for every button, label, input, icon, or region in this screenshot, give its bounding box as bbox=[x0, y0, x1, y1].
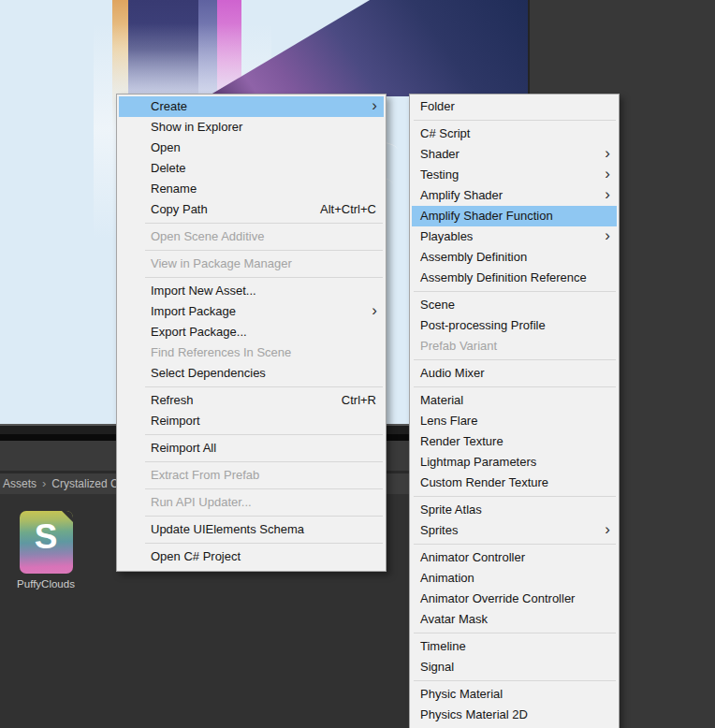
context-menu-item-import-package[interactable]: Import Package› bbox=[119, 301, 384, 322]
create-submenu-item-animator-controller[interactable]: Animator Controller bbox=[412, 547, 617, 568]
context-menu-item-import-new-asset[interactable]: Import New Asset... bbox=[119, 281, 384, 301]
context-menu-item-run-api-updater: Run API Updater... bbox=[119, 492, 384, 513]
chevron-right-icon: › bbox=[42, 473, 46, 494]
submenu-arrow-icon: › bbox=[605, 143, 610, 164]
create-submenu-item-post-processing-profile[interactable]: Post-processing Profile bbox=[412, 315, 617, 336]
create-submenu-item-label: Prefab Variant bbox=[420, 339, 497, 353]
create-submenu-separator bbox=[414, 386, 616, 387]
create-submenu-item-material[interactable]: Material bbox=[412, 390, 617, 411]
create-submenu-item-physics-material-2d[interactable]: Physics Material 2D bbox=[412, 705, 617, 725]
context-menu-item-label: Open C# Project bbox=[151, 549, 241, 563]
create-submenu-separator bbox=[414, 120, 616, 121]
submenu-arrow-icon: › bbox=[605, 164, 610, 184]
create-submenu-item-label: C# Script bbox=[420, 126, 470, 140]
create-submenu-item-audio-mixer[interactable]: Audio Mixer bbox=[412, 363, 617, 384]
folded-corner bbox=[61, 511, 73, 523]
create-submenu-item-folder[interactable]: Folder bbox=[412, 96, 617, 117]
create-submenu-item-scene[interactable]: Scene bbox=[412, 295, 617, 315]
context-menu-item-label: Export Package... bbox=[151, 325, 247, 339]
create-submenu-item-testing[interactable]: Testing› bbox=[412, 165, 617, 185]
create-submenu-item-label: Physics Material 2D bbox=[420, 707, 528, 721]
create-submenu-separator bbox=[414, 291, 616, 292]
create-submenu-item-physic-material[interactable]: Physic Material bbox=[412, 684, 617, 705]
create-submenu-item-prefab-variant: Prefab Variant bbox=[412, 336, 617, 357]
create-submenu-item-lightmap-parameters[interactable]: Lightmap Parameters bbox=[412, 452, 617, 473]
create-submenu-item-assembly-definition[interactable]: Assembly Definition bbox=[412, 247, 617, 268]
create-submenu-item-sprite-atlas[interactable]: Sprite Atlas bbox=[412, 500, 617, 520]
context-menu-item-update-uielements-schema[interactable]: Update UIElements Schema bbox=[119, 519, 384, 540]
create-submenu-item-label: Amplify Shader Function bbox=[420, 209, 553, 223]
context-menu-item-label: Open bbox=[151, 140, 181, 154]
context-menu-item-show-in-explorer[interactable]: Show in Explorer bbox=[119, 117, 384, 138]
create-submenu-item-amplify-shader-function[interactable]: Amplify Shader Function bbox=[412, 206, 617, 226]
context-menu-item-open-c-project[interactable]: Open C# Project bbox=[119, 546, 384, 567]
context-menu-separator bbox=[145, 461, 383, 462]
context-menu-item-label: Open Scene Additive bbox=[151, 229, 264, 243]
submenu-arrow-icon: › bbox=[372, 300, 377, 321]
shortcut-label: Ctrl+R bbox=[342, 390, 376, 411]
create-submenu-item-lens-flare[interactable]: Lens Flare bbox=[412, 411, 617, 431]
context-menu-item-label: Show in Explorer bbox=[151, 120, 242, 134]
create-submenu-item-avatar-mask[interactable]: Avatar Mask bbox=[412, 609, 617, 630]
create-submenu-item-shader[interactable]: Shader› bbox=[412, 144, 617, 165]
create-submenu-item-label: Material bbox=[420, 393, 463, 407]
submenu-arrow-icon: › bbox=[605, 519, 610, 540]
context-menu-separator bbox=[145, 277, 383, 278]
context-menu-item-label: Update UIElements Schema bbox=[151, 522, 304, 536]
create-submenu-item-label: Animation bbox=[420, 571, 474, 585]
breadcrumb-folder[interactable]: Crystalized C bbox=[51, 473, 118, 494]
context-menu-item-open-scene-additive: Open Scene Additive bbox=[119, 226, 384, 247]
create-submenu-item-custom-render-texture[interactable]: Custom Render Texture bbox=[412, 473, 617, 493]
context-menu-item-label: Import New Asset... bbox=[151, 284, 256, 298]
submenu-arrow-icon: › bbox=[605, 184, 610, 205]
context-menu-separator bbox=[145, 488, 383, 489]
context-menu-separator bbox=[145, 386, 383, 387]
context-menu-item-label: Copy Path bbox=[151, 202, 208, 216]
create-submenu-item-animator-override-controller[interactable]: Animator Override Controller bbox=[412, 589, 617, 609]
create-submenu-item-label: Testing bbox=[420, 167, 459, 182]
create-submenu-item-label: Lens Flare bbox=[420, 414, 477, 428]
create-submenu: FolderC# ScriptShader›Testing›Amplify Sh… bbox=[409, 94, 620, 728]
context-menu-item-open[interactable]: Open bbox=[119, 138, 384, 158]
context-menu-item-label: Find References In Scene bbox=[151, 345, 291, 359]
context-menu-item-label: Create bbox=[151, 99, 187, 113]
shader-icon-letter: S bbox=[20, 519, 73, 554]
create-submenu-item-animation[interactable]: Animation bbox=[412, 568, 617, 589]
context-menu-item-select-dependencies[interactable]: Select Dependencies bbox=[119, 363, 384, 384]
context-menu-item-refresh[interactable]: RefreshCtrl+R bbox=[119, 390, 384, 411]
create-submenu-item-assembly-definition-reference[interactable]: Assembly Definition Reference bbox=[412, 268, 617, 288]
submenu-arrow-icon: › bbox=[605, 226, 610, 246]
asset-puffyclouds[interactable]: S PuffyClouds bbox=[7, 511, 84, 590]
context-menu-separator bbox=[145, 250, 383, 251]
context-menu-item-copy-path[interactable]: Copy PathAlt+Ctrl+C bbox=[119, 199, 384, 220]
context-menu-item-extract-from-prefab: Extract From Prefab bbox=[119, 465, 384, 486]
context-menu-item-label: Select Dependencies bbox=[151, 366, 266, 380]
context-menu-item-create[interactable]: Create› bbox=[119, 96, 384, 117]
context-menu-item-reimport-all[interactable]: Reimport All bbox=[119, 438, 384, 459]
context-menu-item-reimport[interactable]: Reimport bbox=[119, 411, 384, 431]
context-menu-item-export-package[interactable]: Export Package... bbox=[119, 322, 384, 342]
create-submenu-item-sprites[interactable]: Sprites› bbox=[412, 520, 617, 541]
context-menu: Create›Show in ExplorerOpenDeleteRenameC… bbox=[116, 94, 387, 572]
create-submenu-item-label: Animator Override Controller bbox=[420, 591, 575, 605]
context-menu-item-label: View in Package Manager bbox=[151, 256, 292, 270]
create-submenu-item-timeline[interactable]: Timeline bbox=[412, 636, 617, 657]
create-submenu-item-label: Audio Mixer bbox=[420, 366, 485, 380]
create-submenu-item-label: Amplify Shader bbox=[420, 188, 503, 202]
context-menu-separator bbox=[145, 516, 383, 517]
create-submenu-item-playables[interactable]: Playables› bbox=[412, 226, 617, 247]
create-submenu-item-amplify-shader[interactable]: Amplify Shader› bbox=[412, 185, 617, 206]
context-menu-item-label: Rename bbox=[151, 182, 197, 196]
create-submenu-item-label: Post-processing Profile bbox=[420, 318, 546, 332]
create-submenu-separator bbox=[414, 680, 616, 681]
create-submenu-item-render-texture[interactable]: Render Texture bbox=[412, 431, 617, 452]
create-submenu-item-signal[interactable]: Signal bbox=[412, 657, 617, 677]
context-menu-item-delete[interactable]: Delete bbox=[119, 158, 384, 179]
create-submenu-item-label: Signal bbox=[420, 660, 454, 674]
context-menu-item-rename[interactable]: Rename bbox=[119, 179, 384, 199]
context-menu-item-find-references-in-scene: Find References In Scene bbox=[119, 342, 384, 363]
create-submenu-item-c-script[interactable]: C# Script bbox=[412, 124, 617, 144]
breadcrumb-assets[interactable]: Assets bbox=[3, 473, 36, 494]
context-menu-item-label: Delete bbox=[151, 161, 186, 175]
create-submenu-item-label: Assembly Definition Reference bbox=[420, 270, 587, 284]
